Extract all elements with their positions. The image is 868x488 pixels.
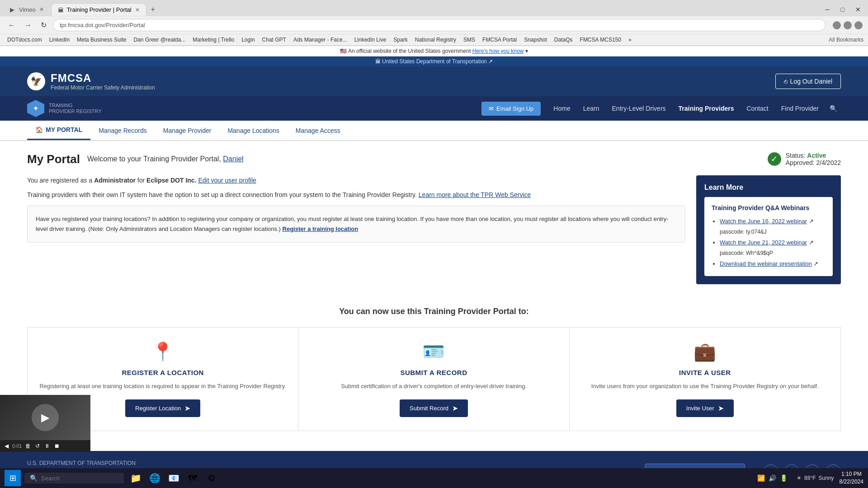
bookmark-dangreer[interactable]: Dan Greer @realda... <box>131 36 188 44</box>
refresh-button[interactable]: ↻ <box>38 20 49 30</box>
taskbar-search-input[interactable] <box>41 475 113 482</box>
chevron-down-icon: ▾ <box>525 48 528 54</box>
taskbar-app-chrome[interactable]: 🌐 <box>146 470 163 486</box>
bookmark-linkedin-live[interactable]: LinkedIn Live <box>352 36 389 44</box>
fmcsa-text: FMCSA Federal Motor Carrier Safety Admin… <box>51 72 155 91</box>
nav-training-providers[interactable]: Training Providers <box>673 101 740 116</box>
extensions-icon[interactable] <box>833 21 841 29</box>
webinar-link-2[interactable]: Watch the June 21, 2022 webinar <box>720 239 807 246</box>
nav-entry-level[interactable]: Entry-Level Drivers <box>607 101 671 116</box>
tray-network-icon[interactable]: 📶 <box>757 474 765 482</box>
submit-record-btn-label: Submit Record <box>410 405 448 412</box>
taskbar-app-maps[interactable]: 🗺 <box>184 470 201 486</box>
profile-icon[interactable] <box>844 21 852 29</box>
logout-label: Log Out Daniel <box>790 78 832 85</box>
bookmark-login[interactable]: Login <box>239 36 257 44</box>
email-icon: ✉ <box>489 105 494 112</box>
tpr-nav: ✦ TRAINING PROVIDER REGISTRY ✉ Email Sig… <box>0 96 868 121</box>
tray-battery-icon[interactable]: 🔋 <box>780 474 788 482</box>
new-tab-button[interactable]: + <box>147 4 159 15</box>
dot-link[interactable]: United States Department of Transportati… <box>382 58 486 65</box>
bookmark-snapshot[interactable]: Snapshot <box>521 36 550 44</box>
bookmark-sms[interactable]: SMS <box>461 36 478 44</box>
bookmark-mcs150[interactable]: FMCSA MCS150 <box>577 36 624 44</box>
forward-button[interactable]: → <box>22 20 34 30</box>
portal-nav-my-portal[interactable]: 🏠 MY PORTAL <box>27 121 90 140</box>
taskbar-app-mail[interactable]: 📧 <box>165 470 182 486</box>
heres-how-link[interactable]: Here's how you know <box>472 48 524 54</box>
webinar-link-1[interactable]: Watch the June 16, 2022 webinar <box>720 218 807 225</box>
portal-nav-manage-records[interactable]: Manage Records <box>90 122 155 140</box>
tpr-text: Training providers with their own IT sys… <box>27 191 417 198</box>
logout-button[interactable]: ⎋ Log Out Daniel <box>775 74 841 89</box>
bookmark-marketing[interactable]: Marketing | Trello <box>190 36 237 44</box>
tab-vimeo-label: Vimeo <box>19 6 36 13</box>
register-location-link[interactable]: Register a training location <box>283 225 359 232</box>
nav-contact[interactable]: Contact <box>741 101 774 116</box>
bookmark-spark[interactable]: Spark <box>391 36 410 44</box>
webinar-item-2: Watch the June 21, 2022 webinar ↗ passco… <box>720 237 826 258</box>
external-link-2: ↗ <box>809 239 814 246</box>
start-button[interactable]: ⊞ <box>5 470 21 486</box>
video-replay-button[interactable]: ↺ <box>34 442 41 450</box>
bookmark-chatgpt[interactable]: Chat GPT <box>259 36 289 44</box>
invite-user-icon: 💼 <box>580 341 830 362</box>
all-bookmarks[interactable]: All Bookmarks <box>829 37 863 43</box>
nav-find-provider[interactable]: Find Provider <box>776 101 824 116</box>
edit-profile-link[interactable]: Edit your user profile <box>198 177 256 184</box>
bookmark-dotdocs[interactable]: DOTdocs.com <box>5 36 45 44</box>
tpr-web-service-link[interactable]: Learn more about the TPR Web Service <box>419 191 531 198</box>
back-button[interactable]: ← <box>5 20 18 30</box>
search-icon[interactable]: 🔍 <box>826 101 841 116</box>
user-name-link[interactable]: Daniel <box>223 155 243 163</box>
url-input[interactable]: tpr.fmcsa.dot.gov/Provider/Portal <box>53 19 826 31</box>
video-stop-button[interactable]: ⏹ <box>53 442 61 450</box>
bookmark-dataqs[interactable]: DataQs <box>552 36 576 44</box>
submit-record-button[interactable]: Submit Record ➤ <box>400 399 468 417</box>
email-signup-button[interactable]: ✉ Email Sign Up <box>481 102 541 116</box>
logout-icon: ⎋ <box>784 78 788 85</box>
nav-home[interactable]: Home <box>548 101 576 116</box>
portal-nav-manage-access[interactable]: Manage Access <box>288 122 349 140</box>
approved-label: Approved: <box>786 159 815 166</box>
gov-banner: 🇺🇸 An official website of the United Sta… <box>0 46 868 56</box>
maximize-button[interactable]: □ <box>837 5 848 14</box>
bookmark-fmcsa-portal[interactable]: FMCSA Portal <box>480 36 519 44</box>
tab-vimeo[interactable]: ▶ Vimeo ✕ <box>4 4 50 16</box>
company-name: Eclipse DOT Inc. <box>146 177 196 184</box>
close-button[interactable]: ✕ <box>852 5 864 14</box>
bookmark-national[interactable]: National Registry <box>412 36 459 44</box>
taskbar-apps: 📁 🌐 📧 🗺 ⚙ <box>127 470 220 486</box>
bookmark-ads[interactable]: Ads Manager - Face... <box>291 36 350 44</box>
tab-tpr-close[interactable]: ✕ <box>135 7 140 13</box>
bookmark-more[interactable]: » <box>626 36 634 44</box>
status-badge: ✓ Status: Active Approved: 2/4/2022 <box>768 152 841 166</box>
bookmark-meta[interactable]: Meta Business Suite <box>74 36 129 44</box>
register-location-button[interactable]: Register Location ➤ <box>125 399 200 417</box>
portal-nav-manage-locations[interactable]: Manage Locations <box>219 122 287 140</box>
menu-icon[interactable] <box>854 21 863 29</box>
invite-user-button[interactable]: Invite User ➤ <box>676 399 734 417</box>
taskbar-app-file-explorer[interactable]: 📁 <box>127 470 144 486</box>
portal-nav-manage-provider[interactable]: Manage Provider <box>155 122 220 140</box>
webinar-passcode-1: passcode: ty.074&J <box>720 229 767 235</box>
video-back-button[interactable]: ◀ <box>4 442 9 450</box>
video-time: 0:01 <box>12 443 22 449</box>
minimize-button[interactable]: ─ <box>822 5 834 14</box>
card-invite-title: INVITE A USER <box>580 369 830 376</box>
webinar-download-link[interactable]: Download the webinar presentation <box>720 260 812 267</box>
admin-text: You are registered as a <box>27 177 92 184</box>
tab-tpr[interactable]: 🏛 Training Provider | Portal ✕ <box>51 3 146 16</box>
tab-vimeo-close[interactable]: ✕ <box>39 6 44 13</box>
tray-volume-icon[interactable]: 🔊 <box>769 474 776 482</box>
video-delete-button[interactable]: 🗑 <box>24 442 32 450</box>
taskbar-search[interactable]: 🔍 <box>24 473 124 483</box>
video-pause-button[interactable]: ⏸ <box>43 442 51 450</box>
fmcsa-header: 🦅 FMCSA Federal Motor Carrier Safety Adm… <box>0 66 868 96</box>
fmcsa-logo: 🦅 FMCSA Federal Motor Carrier Safety Adm… <box>27 72 155 91</box>
nav-learn[interactable]: Learn <box>578 101 605 116</box>
submit-record-icon: 🪪 <box>309 341 558 362</box>
bookmark-linkedin[interactable]: LinkedIn <box>47 36 72 44</box>
main-info: You are registered as a Administrator fo… <box>27 175 685 284</box>
taskbar-app-settings[interactable]: ⚙ <box>203 470 220 486</box>
